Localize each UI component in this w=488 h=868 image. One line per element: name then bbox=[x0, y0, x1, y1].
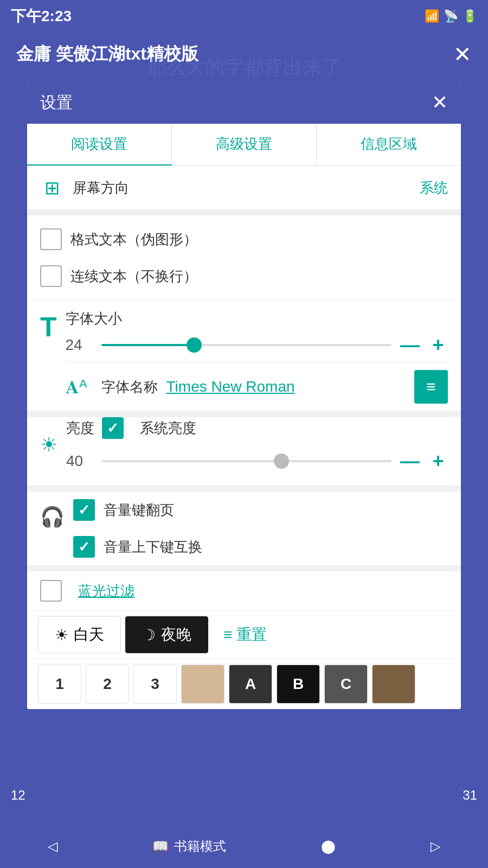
font-size-row: 24 — + bbox=[66, 328, 448, 362]
checkbox-continuous-text-label: 连续文本（不换行） bbox=[70, 267, 197, 286]
brightness-plus-button[interactable]: + bbox=[428, 450, 448, 473]
volume-main: 音量键翻页 音量上下键互换 bbox=[73, 492, 461, 565]
volume-flip-row: 音量键翻页 bbox=[73, 492, 448, 528]
divider1 bbox=[27, 210, 461, 215]
theme-button-2[interactable]: 2 bbox=[86, 665, 129, 704]
status-right: 📶 📡 🔋 bbox=[425, 9, 477, 23]
checkbox-continuous-text[interactable] bbox=[40, 265, 62, 287]
brightness-bottom-spacer bbox=[66, 478, 448, 486]
status-time: 下午2:23 bbox=[11, 6, 72, 27]
settings-dialog: 设置 ✕ 阅读设置 高级设置 信息区域 ⊞ 屏幕方向 系统 格式文本（伪图形） … bbox=[27, 81, 461, 709]
nav-left-icon[interactable]: ◁ bbox=[48, 839, 57, 854]
font-size-main: 字体大小 24 — + 𝐀ᴬ 字体名称 Times New Roman ≡ bbox=[66, 301, 461, 411]
brightness-row: 40 — + bbox=[66, 444, 448, 478]
volume-flip-label: 音量键翻页 bbox=[104, 501, 174, 520]
volume-icon-col: 🎧 bbox=[27, 492, 73, 565]
blue-light-label[interactable]: 蓝光过滤 bbox=[78, 582, 134, 601]
reset-list-icon: ≡ bbox=[223, 626, 232, 643]
checkbox-format-text[interactable] bbox=[40, 228, 62, 250]
theme-button-3[interactable]: 3 bbox=[133, 665, 177, 704]
checkbox-row-format-text: 格式文本（伪图形） bbox=[40, 221, 448, 258]
checkbox-system-brightness[interactable] bbox=[102, 417, 124, 439]
system-brightness-label: 系统亮度 bbox=[140, 419, 196, 438]
volume-section: 🎧 音量键翻页 音量上下键互换 bbox=[27, 492, 461, 566]
font-size-T-icon: T bbox=[40, 311, 57, 343]
theme-button-A[interactable]: A bbox=[229, 665, 272, 704]
nav-book-label: 书籍模式 bbox=[174, 838, 226, 855]
screen-orientation-value[interactable]: 系统 bbox=[420, 178, 448, 197]
font-size-minus-button[interactable]: — bbox=[400, 334, 420, 356]
title-bar: 金庸 笑傲江湖txt精校版 ✕ bbox=[0, 33, 488, 76]
theme-button-sepia[interactable] bbox=[372, 665, 415, 704]
wifi-icon: 📡 bbox=[444, 9, 458, 23]
divider3 bbox=[27, 486, 461, 492]
signal-icon: 📶 bbox=[425, 9, 439, 23]
tabs-bar: 阅读设置 高级设置 信息区域 bbox=[27, 124, 461, 166]
checkbox-section: 格式文本（伪图形） 连续文本（不换行） bbox=[27, 215, 461, 301]
nav-book-mode[interactable]: 📖 书籍模式 bbox=[152, 838, 226, 855]
tab-advanced-settings[interactable]: 高级设置 bbox=[172, 124, 317, 165]
font-size-slider-thumb[interactable] bbox=[187, 337, 202, 353]
bottom-nav: ◁ 📖 书籍模式 ⬤ ▷ bbox=[0, 825, 488, 868]
font-size-icon: T bbox=[27, 301, 66, 411]
nav-book-icon: 📖 bbox=[152, 839, 169, 854]
divider2 bbox=[27, 412, 461, 417]
day-mode-button[interactable]: ☀ 白天 bbox=[38, 616, 121, 653]
headphone-icon: 🎧 bbox=[40, 506, 65, 528]
brightness-top-row: 亮度 系统亮度 bbox=[66, 417, 448, 439]
screen-orientation-label: 屏幕方向 bbox=[73, 178, 420, 197]
divider4 bbox=[27, 566, 461, 571]
font-name-row: 𝐀ᴬ 字体名称 Times New Roman ≡ bbox=[66, 362, 448, 411]
brightness-minus-button[interactable]: — bbox=[400, 450, 420, 473]
font-list-button[interactable]: ≡ bbox=[414, 370, 448, 404]
font-size-section: T 字体大小 24 — + 𝐀ᴬ 字体名称 Times New Roman ≡ bbox=[27, 301, 461, 412]
volume-swap-label: 音量上下键互换 bbox=[104, 538, 202, 557]
bottom-bar-row2: 1 2 3 A B C bbox=[27, 659, 461, 709]
night-icon: ☽ bbox=[142, 626, 156, 644]
nav-circle-icon[interactable]: ⬤ bbox=[321, 839, 336, 854]
reset-button[interactable]: ≡ 重置 bbox=[213, 617, 278, 653]
tab-read-settings[interactable]: 阅读设置 bbox=[27, 124, 172, 165]
brightness-main: 亮度 系统亮度 40 — + bbox=[66, 417, 461, 486]
volume-swap-row: 音量上下键互换 bbox=[73, 528, 448, 565]
night-mode-button[interactable]: ☽ 夜晚 bbox=[125, 616, 208, 653]
font-name-value[interactable]: Times New Roman bbox=[166, 378, 414, 395]
night-label: 夜晚 bbox=[161, 624, 191, 645]
font-size-plus-button[interactable]: + bbox=[428, 334, 448, 356]
checkbox-volume-flip[interactable] bbox=[73, 499, 95, 521]
theme-button-paper[interactable] bbox=[181, 665, 224, 704]
font-name-label: 字体名称 bbox=[101, 378, 158, 397]
brightness-value: 40 bbox=[66, 452, 93, 470]
font-size-value: 24 bbox=[66, 336, 93, 354]
title-close-button[interactable]: ✕ bbox=[453, 42, 472, 67]
checkbox-format-text-label: 格式文本（伪图形） bbox=[70, 230, 197, 249]
brightness-icon-col: ☀ bbox=[27, 417, 66, 486]
checkbox-volume-swap[interactable] bbox=[73, 536, 95, 558]
battery-icon: 🔋 bbox=[463, 9, 477, 23]
font-size-slider-track[interactable] bbox=[101, 344, 391, 346]
brightness-slider-fill bbox=[102, 460, 281, 462]
screen-orientation-row: ⊞ 屏幕方向 系统 bbox=[27, 166, 461, 210]
status-bar: 下午2:23 📶 📡 🔋 bbox=[0, 0, 488, 33]
settings-close-button[interactable]: ✕ bbox=[432, 91, 448, 114]
bottom-bar-row1: ☀ 白天 ☽ 夜晚 ≡ 重置 bbox=[27, 611, 461, 659]
tab-info-area[interactable]: 信息区域 bbox=[317, 124, 461, 165]
theme-button-C[interactable]: C bbox=[324, 665, 368, 704]
day-icon: ☀ bbox=[55, 626, 68, 644]
font-size-slider-fill bbox=[101, 344, 194, 346]
theme-button-1[interactable]: 1 bbox=[38, 665, 81, 704]
blue-light-section: 蓝光过滤 bbox=[27, 571, 461, 611]
brightness-slider-track[interactable] bbox=[102, 460, 391, 462]
font-size-section-label: 字体大小 bbox=[66, 301, 448, 328]
settings-header: 设置 ✕ bbox=[27, 81, 461, 124]
book-title: 金庸 笑傲江湖txt精校版 bbox=[16, 42, 198, 66]
reset-label: 重置 bbox=[236, 624, 267, 645]
brightness-slider-thumb[interactable] bbox=[274, 454, 289, 469]
brightness-sun-icon: ☀ bbox=[40, 433, 57, 456]
screen-orientation-icon: ⊞ bbox=[40, 177, 64, 199]
nav-right-icon[interactable]: ▷ bbox=[431, 839, 440, 854]
theme-button-B[interactable]: B bbox=[277, 665, 320, 704]
font-name-icon: 𝐀ᴬ bbox=[66, 376, 93, 398]
brightness-section: ☀ 亮度 系统亮度 40 — + bbox=[27, 417, 461, 486]
checkbox-blue-light[interactable] bbox=[40, 580, 62, 602]
